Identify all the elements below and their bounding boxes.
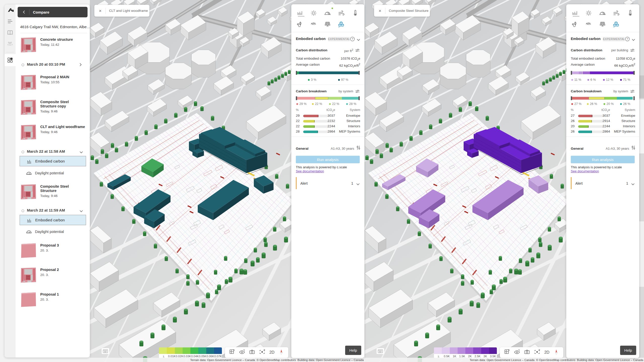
svg-text:?: ? bbox=[352, 37, 353, 41]
svg-text:?: ? bbox=[627, 37, 628, 41]
